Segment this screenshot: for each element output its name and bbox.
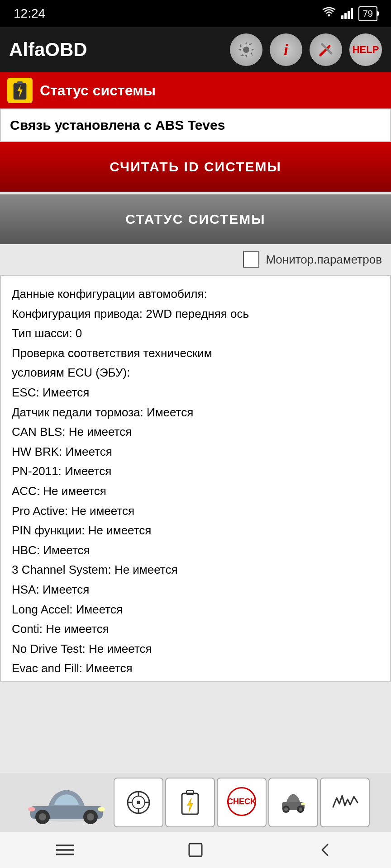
system-status-button[interactable]: СТАТУС СИСТЕМЫ — [0, 194, 391, 244]
svg-point-11 — [87, 813, 94, 821]
check-label: CHECK — [227, 797, 256, 807]
nav-graph-button[interactable] — [320, 778, 370, 827]
read-id-button[interactable]: СЧИТАТЬ ID СИСТЕМЫ — [0, 142, 391, 192]
data-line: HW BRK: Имеется — [12, 443, 379, 462]
svg-point-12 — [98, 807, 105, 811]
svg-point-0 — [328, 14, 330, 17]
wifi-icon — [322, 7, 336, 20]
status-time: 12:24 — [14, 6, 45, 21]
nav-car-button[interactable] — [268, 778, 318, 827]
svg-point-1 — [243, 47, 249, 53]
svg-rect-5 — [17, 81, 23, 84]
app-header: AlfaOBD i HELP — [0, 27, 391, 72]
monitor-checkbox[interactable] — [243, 251, 259, 268]
system-status-title: Статус системы — [40, 82, 156, 99]
svg-point-16 — [137, 801, 140, 804]
data-line: ACC: Не имеется — [12, 482, 379, 501]
data-line: Pro Active: Не имеется — [12, 502, 379, 521]
connection-info: Связь установлена с ABS Teves — [0, 108, 391, 142]
connection-text: Связь установлена с ABS Teves — [10, 118, 225, 132]
signal-icon — [341, 8, 353, 19]
battery-level: 79 — [363, 9, 373, 19]
svg-point-28 — [301, 802, 305, 805]
bottom-nav: CHECK — [0, 773, 391, 832]
data-line: 3 Channel System: Не имеется — [12, 561, 379, 580]
data-line: условиям ECU (ЭБУ): — [12, 363, 379, 382]
monitor-label: Монитор.параметров — [266, 253, 382, 267]
svg-point-27 — [299, 807, 302, 811]
data-line: ESC: Имеется — [12, 383, 379, 402]
help-button[interactable]: HELP — [349, 33, 382, 66]
nav-home-button[interactable] — [177, 836, 214, 863]
data-line: Evac and Fill: Имеется — [12, 659, 379, 678]
check-circle-icon: CHECK — [227, 787, 256, 816]
data-line: Данные конфигурации автомобиля: — [12, 285, 379, 304]
info-button[interactable]: i — [270, 33, 302, 66]
monitor-row: Монитор.параметров — [0, 244, 391, 275]
data-line: PN-2011: Имеется — [12, 462, 379, 481]
data-line: PIN функции: Не имеется — [12, 521, 379, 540]
tools-button[interactable] — [310, 33, 342, 66]
battery-status-icon — [7, 78, 33, 103]
data-line: Тип шасси: 0 — [12, 324, 379, 343]
data-line: No Drive Test: Не имеется — [12, 640, 379, 659]
system-nav-bar — [0, 832, 391, 868]
nav-obd-button[interactable] — [114, 778, 163, 827]
status-icons: 79 — [322, 6, 377, 21]
svg-point-25 — [284, 807, 288, 811]
data-text-area: Данные конфигурации автомобиля:Конфигура… — [0, 275, 391, 682]
battery-icon: 79 — [358, 6, 377, 21]
nav-back-button[interactable] — [308, 836, 344, 863]
data-line: HSA: Имеется — [12, 580, 379, 599]
svg-rect-32 — [189, 844, 202, 856]
help-label: HELP — [353, 44, 379, 56]
data-line: HBC: Имеется — [12, 541, 379, 560]
data-line: Конфигурация привода: 2WD передняя ось — [12, 305, 379, 324]
data-line: CAN BLS: Не имеется — [12, 423, 379, 442]
data-line: Датчик педали тормоза: Имеется — [12, 403, 379, 422]
nav-menu-button[interactable] — [47, 836, 83, 863]
data-line: Статус инициализации: — [12, 679, 379, 682]
svg-point-13 — [28, 807, 35, 811]
app-title: AlfaOBD — [9, 39, 87, 61]
nav-check-button[interactable]: CHECK — [217, 778, 267, 827]
svg-point-9 — [39, 813, 46, 821]
car-image — [21, 778, 112, 827]
header-icons: i HELP — [230, 33, 382, 66]
system-status-header: Статус системы — [0, 72, 391, 108]
nav-battery-button[interactable] — [165, 778, 215, 827]
data-line: Conti: Не имеется — [12, 620, 379, 639]
gear-button[interactable] — [230, 33, 262, 66]
status-bar: 12:24 79 — [0, 0, 391, 27]
data-line: Проверка соответствия техническим — [12, 344, 379, 363]
data-line: Long Accel: Имеется — [12, 600, 379, 619]
